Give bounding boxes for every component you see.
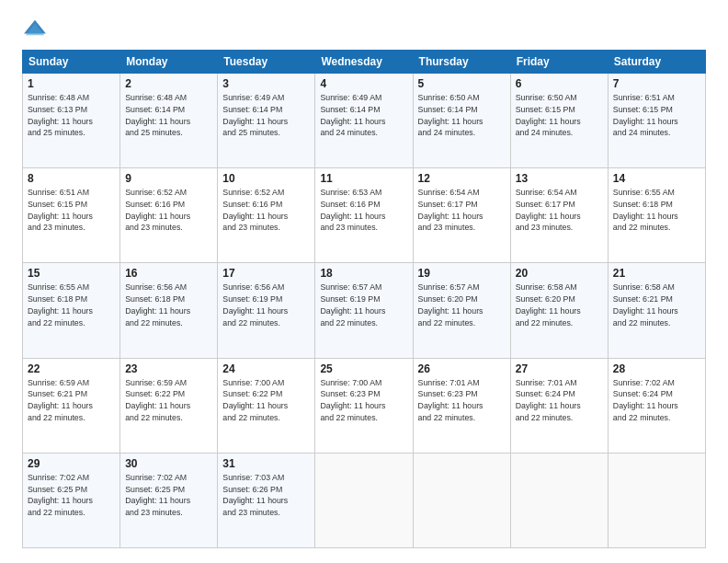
calendar-cell: 22Sunrise: 6:59 AM Sunset: 6:21 PM Dayli… xyxy=(23,358,120,453)
calendar-cell: 27Sunrise: 7:01 AM Sunset: 6:24 PM Dayli… xyxy=(510,358,608,453)
calendar-cell: 24Sunrise: 7:00 AM Sunset: 6:22 PM Dayli… xyxy=(218,358,315,453)
day-info: Sunrise: 6:49 AM Sunset: 6:14 PM Dayligh… xyxy=(320,92,407,139)
calendar-cell: 15Sunrise: 6:55 AM Sunset: 6:18 PM Dayli… xyxy=(23,263,120,358)
day-info: Sunrise: 6:52 AM Sunset: 6:16 PM Dayligh… xyxy=(125,187,212,234)
header xyxy=(22,18,706,39)
calendar-cell xyxy=(413,453,510,547)
day-number: 15 xyxy=(28,267,115,280)
day-info: Sunrise: 6:58 AM Sunset: 6:20 PM Dayligh… xyxy=(516,282,603,328)
day-info: Sunrise: 6:53 AM Sunset: 6:16 PM Dayligh… xyxy=(320,187,407,234)
day-info: Sunrise: 6:54 AM Sunset: 6:17 PM Dayligh… xyxy=(516,187,603,234)
calendar-cell: 19Sunrise: 6:57 AM Sunset: 6:20 PM Dayli… xyxy=(413,263,510,358)
calendar-cell: 5Sunrise: 6:50 AM Sunset: 6:14 PM Daylig… xyxy=(413,74,510,168)
day-number: 8 xyxy=(28,172,115,185)
calendar-cell: 9Sunrise: 6:52 AM Sunset: 6:16 PM Daylig… xyxy=(120,168,218,263)
week-row-1: 1Sunrise: 6:48 AM Sunset: 6:13 PM Daylig… xyxy=(23,74,706,168)
calendar-cell xyxy=(510,453,608,547)
calendar-cell: 3Sunrise: 6:49 AM Sunset: 6:14 PM Daylig… xyxy=(218,74,315,168)
day-info: Sunrise: 6:51 AM Sunset: 6:15 PM Dayligh… xyxy=(613,92,700,139)
week-row-3: 15Sunrise: 6:55 AM Sunset: 6:18 PM Dayli… xyxy=(23,263,706,358)
calendar-cell: 7Sunrise: 6:51 AM Sunset: 6:15 PM Daylig… xyxy=(608,74,705,168)
weekday-header-saturday: Saturday xyxy=(608,51,705,74)
day-info: Sunrise: 7:02 AM Sunset: 6:25 PM Dayligh… xyxy=(28,472,115,519)
day-info: Sunrise: 6:59 AM Sunset: 6:21 PM Dayligh… xyxy=(28,377,115,424)
calendar-cell: 4Sunrise: 6:49 AM Sunset: 6:14 PM Daylig… xyxy=(315,74,413,168)
day-number: 14 xyxy=(613,172,700,185)
week-row-5: 29Sunrise: 7:02 AM Sunset: 6:25 PM Dayli… xyxy=(23,453,706,547)
day-number: 22 xyxy=(28,362,115,375)
day-info: Sunrise: 6:55 AM Sunset: 6:18 PM Dayligh… xyxy=(613,187,700,234)
day-info: Sunrise: 6:57 AM Sunset: 6:20 PM Dayligh… xyxy=(418,282,506,328)
day-number: 16 xyxy=(125,267,212,280)
calendar-cell: 10Sunrise: 6:52 AM Sunset: 6:16 PM Dayli… xyxy=(218,168,315,263)
day-number: 21 xyxy=(613,267,700,280)
week-row-2: 8Sunrise: 6:51 AM Sunset: 6:15 PM Daylig… xyxy=(23,168,706,263)
calendar-cell: 13Sunrise: 6:54 AM Sunset: 6:17 PM Dayli… xyxy=(510,168,608,263)
day-number: 7 xyxy=(613,77,700,90)
day-number: 19 xyxy=(418,267,506,280)
calendar-cell: 26Sunrise: 7:01 AM Sunset: 6:23 PM Dayli… xyxy=(413,358,510,453)
day-number: 12 xyxy=(418,172,506,185)
calendar-cell: 23Sunrise: 6:59 AM Sunset: 6:22 PM Dayli… xyxy=(120,358,218,453)
day-number: 9 xyxy=(125,172,212,185)
day-number: 18 xyxy=(320,267,407,280)
calendar-cell: 25Sunrise: 7:00 AM Sunset: 6:23 PM Dayli… xyxy=(315,358,413,453)
day-number: 2 xyxy=(125,77,212,90)
day-info: Sunrise: 7:00 AM Sunset: 6:22 PM Dayligh… xyxy=(222,377,310,424)
day-number: 10 xyxy=(222,172,310,185)
day-info: Sunrise: 6:54 AM Sunset: 6:17 PM Dayligh… xyxy=(418,187,506,234)
day-info: Sunrise: 7:01 AM Sunset: 6:23 PM Dayligh… xyxy=(418,377,506,424)
day-info: Sunrise: 6:55 AM Sunset: 6:18 PM Dayligh… xyxy=(28,282,115,328)
calendar-cell: 18Sunrise: 6:57 AM Sunset: 6:19 PM Dayli… xyxy=(315,263,413,358)
day-info: Sunrise: 6:50 AM Sunset: 6:14 PM Dayligh… xyxy=(418,92,506,139)
logo xyxy=(22,18,51,39)
calendar-cell: 14Sunrise: 6:55 AM Sunset: 6:18 PM Dayli… xyxy=(608,168,705,263)
day-number: 20 xyxy=(516,267,603,280)
day-info: Sunrise: 7:03 AM Sunset: 6:26 PM Dayligh… xyxy=(222,472,310,519)
day-number: 24 xyxy=(222,362,310,375)
day-number: 6 xyxy=(516,77,603,90)
calendar-cell: 20Sunrise: 6:58 AM Sunset: 6:20 PM Dayli… xyxy=(510,263,608,358)
day-info: Sunrise: 7:01 AM Sunset: 6:24 PM Dayligh… xyxy=(516,377,603,424)
calendar-cell xyxy=(608,453,705,547)
day-info: Sunrise: 6:48 AM Sunset: 6:14 PM Dayligh… xyxy=(125,92,212,139)
calendar-table: SundayMondayTuesdayWednesdayThursdayFrid… xyxy=(22,50,706,548)
day-info: Sunrise: 7:02 AM Sunset: 6:25 PM Dayligh… xyxy=(125,472,212,519)
day-number: 31 xyxy=(222,457,310,470)
day-info: Sunrise: 6:52 AM Sunset: 6:16 PM Dayligh… xyxy=(222,187,310,234)
day-info: Sunrise: 6:48 AM Sunset: 6:13 PM Dayligh… xyxy=(28,92,115,139)
day-number: 28 xyxy=(613,362,700,375)
weekday-header-friday: Friday xyxy=(510,51,608,74)
weekday-header-tuesday: Tuesday xyxy=(218,51,315,74)
calendar-cell: 2Sunrise: 6:48 AM Sunset: 6:14 PM Daylig… xyxy=(120,74,218,168)
day-number: 13 xyxy=(516,172,603,185)
day-number: 23 xyxy=(125,362,212,375)
day-number: 27 xyxy=(516,362,603,375)
day-info: Sunrise: 6:56 AM Sunset: 6:18 PM Dayligh… xyxy=(125,282,212,328)
logo-icon xyxy=(22,18,48,39)
day-number: 11 xyxy=(320,172,407,185)
day-number: 17 xyxy=(222,267,310,280)
page: SundayMondayTuesdayWednesdayThursdayFrid… xyxy=(0,0,728,563)
day-info: Sunrise: 6:59 AM Sunset: 6:22 PM Dayligh… xyxy=(125,377,212,424)
calendar-cell: 29Sunrise: 7:02 AM Sunset: 6:25 PM Dayli… xyxy=(23,453,120,547)
day-info: Sunrise: 6:50 AM Sunset: 6:15 PM Dayligh… xyxy=(516,92,603,139)
calendar-cell: 1Sunrise: 6:48 AM Sunset: 6:13 PM Daylig… xyxy=(23,74,120,168)
day-info: Sunrise: 7:00 AM Sunset: 6:23 PM Dayligh… xyxy=(320,377,407,424)
calendar-cell: 6Sunrise: 6:50 AM Sunset: 6:15 PM Daylig… xyxy=(510,74,608,168)
day-info: Sunrise: 6:49 AM Sunset: 6:14 PM Dayligh… xyxy=(222,92,310,139)
day-number: 30 xyxy=(125,457,212,470)
day-info: Sunrise: 7:02 AM Sunset: 6:24 PM Dayligh… xyxy=(613,377,700,424)
calendar-cell: 28Sunrise: 7:02 AM Sunset: 6:24 PM Dayli… xyxy=(608,358,705,453)
day-number: 3 xyxy=(222,77,310,90)
calendar-cell xyxy=(315,453,413,547)
day-info: Sunrise: 6:57 AM Sunset: 6:19 PM Dayligh… xyxy=(320,282,407,328)
day-info: Sunrise: 6:58 AM Sunset: 6:21 PM Dayligh… xyxy=(613,282,700,328)
weekday-header-monday: Monday xyxy=(120,51,218,74)
calendar-cell: 11Sunrise: 6:53 AM Sunset: 6:16 PM Dayli… xyxy=(315,168,413,263)
day-info: Sunrise: 6:51 AM Sunset: 6:15 PM Dayligh… xyxy=(28,187,115,234)
calendar-cell: 30Sunrise: 7:02 AM Sunset: 6:25 PM Dayli… xyxy=(120,453,218,547)
calendar-cell: 17Sunrise: 6:56 AM Sunset: 6:19 PM Dayli… xyxy=(218,263,315,358)
day-number: 5 xyxy=(418,77,506,90)
weekday-header-row: SundayMondayTuesdayWednesdayThursdayFrid… xyxy=(23,51,706,74)
